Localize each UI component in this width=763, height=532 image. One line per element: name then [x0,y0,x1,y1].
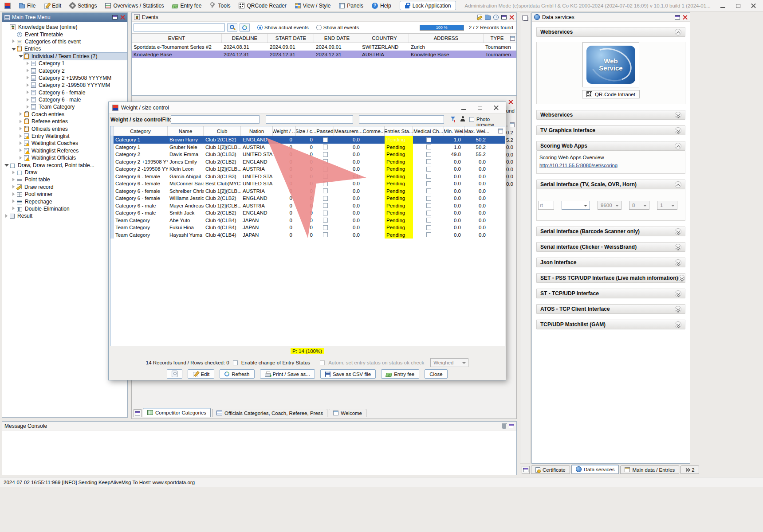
dialog-column-header-medical-ch[interactable]: Medical Ch... [413,126,444,136]
tree-item-category-1[interactable]: Category 1 [2,60,127,67]
dialog-table-row[interactable]: Team CategoryFukui HinaClub 4(CLB4)JAPAN… [110,224,505,231]
checkbox[interactable] [323,137,328,142]
cell-passed[interactable] [316,144,334,151]
checkbox[interactable] [426,167,431,172]
section-header-serial-interface-barcode-scanner-only[interactable]: Serial interface (Barcode Scanner only) [536,227,685,236]
right-tab-main-data-entries[interactable]: Main data / Entries [620,466,679,474]
menu-edit[interactable]: Edit [44,3,61,9]
tree-item-category-6-female[interactable]: Category 6 - female [2,89,127,96]
maximize-dialog-icon[interactable] [478,106,482,110]
dialog-column-header-passed[interactable]: Passed [316,126,334,136]
stop-bits-dropdown[interactable]: 1 [657,201,677,210]
close-panel-icon[interactable] [120,15,125,20]
checkbox[interactable] [323,167,328,172]
cell-medical[interactable] [413,144,444,151]
cell-passed[interactable] [316,231,334,239]
cell-medical[interactable] [413,224,444,231]
tree-item-category-2-199508-yyyymm[interactable]: Category 2 -199508 YYYYMM [2,82,127,89]
filter-input-2[interactable] [266,115,353,124]
cell-medical[interactable] [413,217,444,224]
webservice-logo-frame[interactable]: WebService [582,42,639,87]
cell-medical[interactable] [413,188,444,195]
filter-input-3[interactable] [359,115,444,124]
filter-input-1[interactable] [171,115,260,124]
expander-closed-icon[interactable] [18,112,23,117]
checkbox[interactable] [426,196,431,201]
events-column-header-address[interactable]: ADDRESS [409,34,484,43]
checkbox[interactable] [323,145,328,149]
expander-closed-icon[interactable] [25,68,30,73]
tree-item-entries[interactable]: Entries [2,45,127,52]
button-entry-fee[interactable]: Entry fee [381,369,419,379]
row-selector[interactable] [110,188,114,195]
dialog-table-row[interactable]: Category 2 +199508 YY...Jones EmilyClub … [110,158,505,166]
dialog-table-row[interactable]: Category 6 - femaleMcConner SaraBest Clu… [110,180,505,188]
row-selector[interactable] [110,231,114,239]
menu-view-style[interactable]: View / Style [295,3,330,9]
menu-help[interactable]: Help [372,3,391,9]
expander-closed-icon[interactable] [11,192,16,197]
chevron-down-icon[interactable] [675,259,681,266]
checkbox[interactable] [426,145,431,149]
expander-closed-icon[interactable] [11,199,16,204]
dialog-column-header-club[interactable]: Club [204,126,241,136]
maximize-panel-icon[interactable] [112,15,118,20]
button-save-as-csv-file[interactable]: Save as CSV file [320,369,376,379]
cell-passed[interactable] [316,173,334,180]
expander-closed-icon[interactable] [11,184,16,189]
checkbox[interactable] [426,232,431,237]
cell-passed[interactable] [316,165,334,173]
chevron-down-icon[interactable] [675,290,681,297]
section-header-tv-graphics-interface[interactable]: TV Graphics Interface [536,125,685,135]
cell-passed[interactable] [316,217,334,224]
cell-passed[interactable] [316,209,334,217]
chevron-down-icon[interactable] [675,306,681,313]
checkbox[interactable] [323,188,328,193]
checkbox[interactable] [426,218,431,223]
dialog-column-header-nation[interactable]: Nation [241,126,273,136]
section-header-scoring-web-apps[interactable]: Scoring Web Apps [536,141,685,151]
row-selector[interactable] [110,151,114,158]
button-print-save-as[interactable]: Print / Save as... [260,369,315,379]
checkbox[interactable] [323,225,328,230]
scoring-link[interactable]: http://10.211.55.5:8080/set/scoring [539,163,617,168]
expander-closed-icon[interactable] [11,170,16,175]
button-close[interactable]: Close [425,369,447,379]
chevron-up-icon[interactable] [675,143,681,149]
checkbox[interactable] [426,152,431,157]
dialog-table-row[interactable]: Category 6 - maleSmith JackClub 2(CLB2)E… [110,209,505,217]
cell-passed[interactable] [316,202,334,210]
menu-entry-fee[interactable]: Entry fee [172,3,201,9]
section-header-atos-tcp-client-interface[interactable]: ATOS - TCP Client Interface [536,304,685,314]
edit-event-icon[interactable] [477,15,482,20]
events-column-header-event[interactable]: EVENT [132,34,222,43]
chevron-up-icon[interactable] [675,29,681,35]
row-selector[interactable] [110,195,114,202]
close-window-icon[interactable] [751,3,756,8]
chevron-down-icon[interactable] [675,321,681,328]
dialog-column-header-category[interactable]: Category [114,126,168,136]
dialog-table-row[interactable]: Category 2 -199508 YYY...Klein LeonClub … [110,165,505,173]
column-picker-icon[interactable] [510,36,515,41]
cell-medical[interactable] [413,209,444,217]
cell-passed[interactable] [316,195,334,202]
serial-port-input[interactable] [538,201,554,210]
search-button[interactable] [227,23,237,32]
cell-passed[interactable] [316,180,334,188]
radio-show-actual-events[interactable]: Show actual events [257,25,309,30]
row-selector[interactable] [110,165,114,173]
menu-panels[interactable]: Panels [339,3,363,9]
chevron-down-icon[interactable] [675,228,681,235]
serial-port-dropdown[interactable] [562,201,590,210]
menu-settings[interactable]: Settings [70,3,97,9]
tree-item-event-timetable[interactable]: Event Timetable [2,31,127,38]
checkbox[interactable] [323,232,328,237]
radio-show-all-events[interactable]: Show all events [316,25,359,30]
stack-panels-icon[interactable] [523,17,528,21]
events-column-header-start-date[interactable]: START DATE [268,34,314,43]
row-selector[interactable] [110,158,114,166]
cell-passed[interactable] [316,224,334,231]
section-header-serial-interface-clicker-weissbrand[interactable]: Serial interface (Clicker - WeissBrand) [536,242,685,252]
maximize-panel-icon[interactable] [509,424,514,428]
refresh-events-button[interactable] [240,23,250,32]
